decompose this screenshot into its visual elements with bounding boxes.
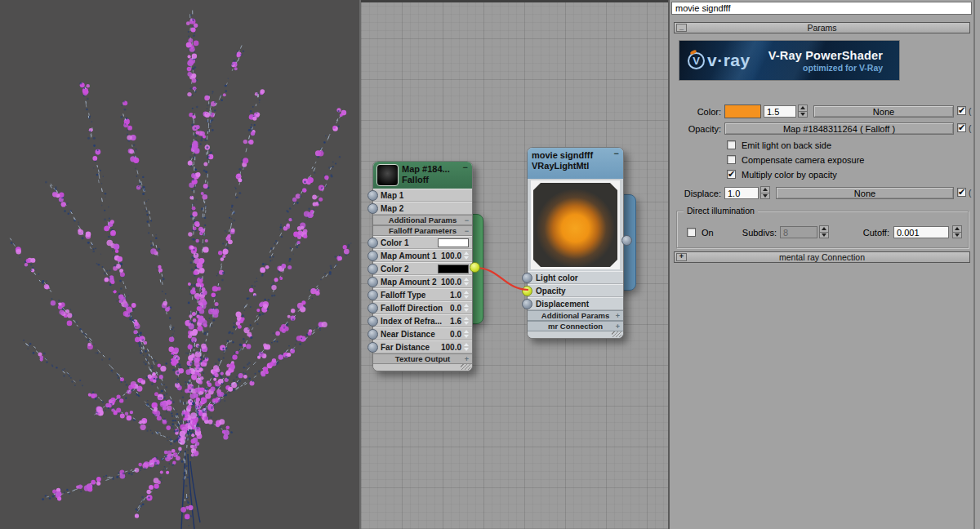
input-socket[interactable]	[368, 190, 378, 201]
node-row-map-amount2[interactable]: Map Amount 2 100.0	[373, 275, 472, 288]
spinner-icon[interactable]	[819, 225, 829, 238]
section-texture-output[interactable]: Texture Output +	[373, 353, 472, 364]
displace-field[interactable]: 1.0	[724, 187, 759, 199]
resize-grip[interactable]	[461, 364, 470, 370]
collapse-icon[interactable]: −	[465, 216, 469, 224]
row-value[interactable]: 100.0	[441, 343, 461, 352]
subdivs-field[interactable]: 8	[780, 226, 817, 238]
spinner-icon[interactable]	[798, 104, 808, 118]
spinner-icon[interactable]	[464, 291, 469, 299]
mental-ray-rollout-header[interactable]: + mental ray Connection	[674, 251, 970, 263]
material-preview[interactable]	[531, 180, 620, 269]
node-row-falloff-type[interactable]: Falloff Type 1.0	[373, 288, 472, 301]
input-socket[interactable]	[368, 277, 378, 287]
row-value[interactable]: 100.0	[441, 278, 461, 287]
node-vraylightmtl[interactable]: movie signdfff VRayLightMtl − Light colo…	[527, 147, 624, 339]
node-row-color1[interactable]: Color 1	[373, 236, 472, 249]
section-mr-connection[interactable]: mr Connection +	[528, 321, 623, 331]
expand-icon[interactable]: +	[616, 322, 620, 331]
opacity-map-checkbox[interactable]	[957, 123, 966, 132]
material-params-panel: movie signdfff _ Params V v·ray V-Ray Po…	[670, 0, 980, 529]
node-row-map1[interactable]: Map 1	[373, 189, 472, 202]
node-row-near-distance[interactable]: Near Distance 0.0	[373, 327, 472, 340]
spinner-icon[interactable]	[464, 278, 469, 286]
spinner-icon[interactable]	[952, 225, 962, 238]
compensate-exposure-label: Compensate camera exposure	[742, 155, 864, 165]
node-row-label: Map 2	[381, 204, 469, 213]
input-socket[interactable]	[522, 273, 532, 283]
color-multiplier-field[interactable]: 1.5	[764, 105, 796, 118]
displace-map-checkbox[interactable]	[957, 188, 966, 197]
node-row-light-color[interactable]: Light color	[528, 271, 623, 284]
input-socket[interactable]	[522, 286, 532, 296]
row-value[interactable]: 0.0	[450, 330, 461, 339]
input-socket[interactable]	[368, 251, 378, 261]
node-row-map2[interactable]: Map 2	[373, 202, 472, 215]
node-falloff[interactable]: Map #184... Falloff − Map 1 Map 2 Additi…	[372, 161, 473, 371]
node-row-label: Falloff Direction	[381, 304, 450, 313]
displace-map-button[interactable]: None	[776, 187, 954, 199]
input-socket[interactable]	[368, 264, 378, 274]
section-additional-params[interactable]: Additional Params +	[528, 310, 623, 321]
vraylight-node-header[interactable]: movie signdfff VRayLightMtl −	[528, 148, 623, 179]
expand-icon[interactable]: +	[676, 253, 687, 261]
color1-swatch[interactable]	[438, 238, 469, 247]
params-rollout-header[interactable]: _ Params	[674, 22, 970, 33]
node-row-far-distance[interactable]: Far Distance 100.0	[373, 340, 472, 353]
opacity-map-button[interactable]: Map #1848311264 ( Falloff )	[724, 122, 954, 135]
compensate-exposure-checkbox[interactable]	[727, 155, 736, 164]
input-socket[interactable]	[368, 316, 378, 327]
row-value[interactable]: 0.0	[450, 304, 461, 313]
input-socket[interactable]	[368, 342, 378, 353]
banner-title: V-Ray PowerShader	[768, 49, 883, 62]
input-socket[interactable]	[368, 238, 378, 248]
collapse-icon[interactable]: −	[614, 150, 619, 158]
row-value[interactable]: 1.0	[450, 291, 461, 300]
section-falloff-parameters[interactable]: Falloff Parameters −	[373, 225, 472, 236]
node-row-opacity[interactable]: Opacity	[528, 284, 623, 297]
collapse-icon[interactable]: −	[463, 164, 468, 171]
spinner-icon[interactable]	[464, 251, 469, 260]
node-row-ior[interactable]: Index of Refra... 1.6	[373, 314, 472, 327]
material-name-field[interactable]: movie signdfff	[671, 2, 972, 15]
collapse-icon[interactable]: −	[465, 227, 469, 235]
resize-grip[interactable]	[612, 331, 621, 337]
slate-material-editor-window: Map #184... Falloff − Map 1 Map 2 Additi…	[0, 0, 980, 529]
color2-swatch[interactable]	[438, 264, 469, 273]
viewport[interactable]	[0, 0, 359, 529]
input-socket[interactable]	[522, 299, 532, 309]
input-socket[interactable]	[368, 329, 378, 340]
spinner-icon[interactable]	[464, 330, 469, 338]
cutoff-field[interactable]: 0.001	[893, 226, 949, 238]
node-row-map-amount1[interactable]: Map Amount 1 100.0	[373, 249, 472, 262]
color-map-checkbox[interactable]	[957, 106, 966, 115]
node-row-falloff-direction[interactable]: Falloff Direction 0.0	[373, 301, 472, 314]
node-row-color2[interactable]: Color 2	[373, 262, 472, 275]
emit-back-checkbox[interactable]	[727, 140, 736, 149]
emit-back-label: Emit light on back side	[742, 140, 831, 150]
spinner-icon[interactable]	[464, 317, 469, 325]
color-swatch[interactable]	[724, 104, 761, 118]
on-checkbox[interactable]	[687, 228, 696, 237]
falloff-output-socket[interactable]	[470, 262, 480, 273]
node-row-displacement[interactable]: Displacement	[528, 297, 623, 310]
expand-icon[interactable]: +	[616, 312, 620, 320]
spinner-icon[interactable]	[464, 343, 469, 351]
expand-icon[interactable]: +	[465, 355, 469, 363]
row-value[interactable]: 100.0	[441, 251, 461, 260]
multiply-opacity-checkbox[interactable]	[727, 170, 736, 179]
multiply-opacity-label: Multiply color by opacity	[742, 170, 837, 180]
node-editor-canvas[interactable]: Map #184... Falloff − Map 1 Map 2 Additi…	[359, 0, 670, 529]
falloff-node-header[interactable]: Map #184... Falloff −	[373, 162, 472, 189]
row-value[interactable]: 1.6	[450, 317, 461, 326]
spinner-icon[interactable]	[760, 186, 770, 199]
input-socket[interactable]	[368, 203, 378, 214]
input-socket[interactable]	[368, 303, 378, 313]
vraylight-output-socket[interactable]	[621, 235, 632, 246]
color-map-button[interactable]: None	[813, 105, 954, 118]
input-socket[interactable]	[368, 290, 378, 300]
corner-mark-icon	[533, 183, 541, 190]
section-additional-params[interactable]: Additional Params −	[373, 215, 472, 225]
spinner-icon[interactable]	[464, 304, 469, 312]
minimize-icon[interactable]: _	[676, 24, 687, 32]
